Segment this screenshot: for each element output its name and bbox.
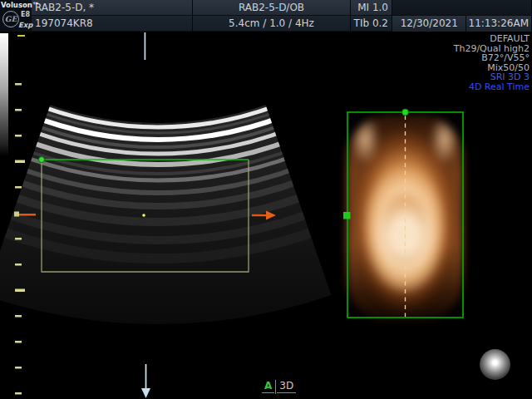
status-sphere-icon xyxy=(480,349,510,380)
label-divider xyxy=(275,380,276,394)
render-box[interactable] xyxy=(343,109,463,318)
orientation-a-label: A xyxy=(262,380,274,393)
render-box-top-handle[interactable] xyxy=(402,109,409,116)
ultrasound-screen: Voluson™ GE E8 Exp RAB2-5-D, * 197074KR8… xyxy=(0,0,532,399)
probe-orientation-marker-bottom xyxy=(141,364,150,398)
roi-box[interactable] xyxy=(39,157,249,273)
depth-ruler xyxy=(15,83,25,395)
roi-curve-handle[interactable] xyxy=(39,157,45,163)
probe-orientation-marker-top xyxy=(145,32,146,60)
image-orientation-labels: A 3D xyxy=(262,380,296,395)
render-direction-arrow-icon[interactable] xyxy=(252,211,276,220)
render-box-side-handle[interactable] xyxy=(343,212,351,219)
graphics-overlay xyxy=(0,0,532,399)
focus-depth-marker[interactable] xyxy=(14,212,36,217)
mode-3d-label: 3D xyxy=(277,380,296,393)
roi-center-dot xyxy=(142,214,145,217)
